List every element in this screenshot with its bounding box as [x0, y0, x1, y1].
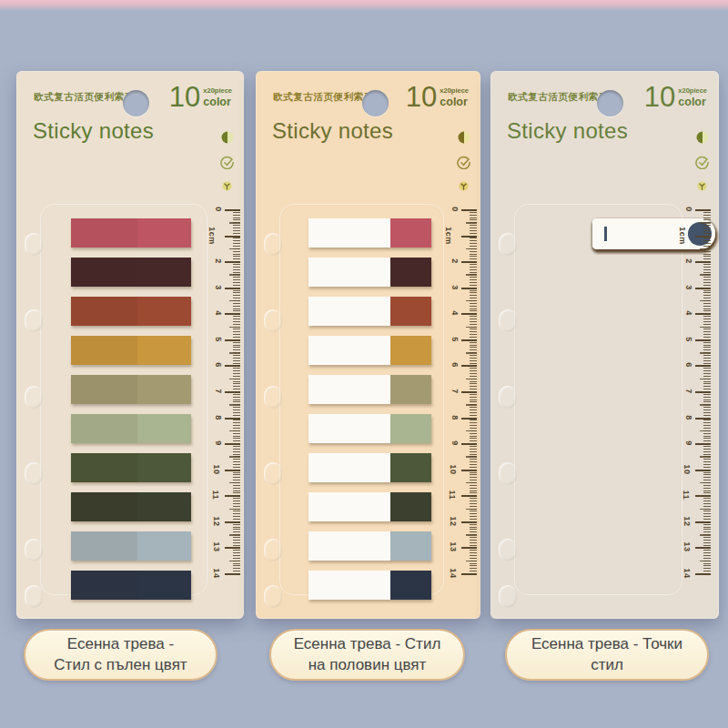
- index-tab: [71, 218, 191, 248]
- ruler-number: 6: [684, 363, 693, 369]
- index-tab: [71, 414, 191, 443]
- tab-column: [16, 218, 244, 610]
- blister-seal-emboss: [514, 204, 682, 595]
- ruler-number: 14: [682, 568, 691, 578]
- count-unit: x20piece: [203, 87, 232, 96]
- y-seal-icon: [459, 181, 469, 191]
- caption-line: Есенна трева - Стил: [294, 634, 441, 654]
- half-circle-icon: [458, 131, 470, 144]
- index-tab: [308, 571, 431, 600]
- emboss-blob: [264, 233, 282, 256]
- count-word: color: [678, 96, 707, 108]
- emboss-blob: [499, 386, 517, 409]
- ruler-number: 3: [684, 285, 693, 290]
- index-tab: [308, 453, 431, 482]
- emboss-blob: [264, 585, 282, 608]
- emboss-blob: [499, 462, 517, 485]
- tab-column: [256, 218, 480, 610]
- emboss-blob: [25, 309, 43, 332]
- ruler-number: 0: [450, 207, 460, 212]
- index-tab: [308, 297, 431, 326]
- hang-hole: [597, 90, 623, 116]
- index-tab: [308, 531, 431, 561]
- emboss-blob: [25, 462, 43, 485]
- product-photo: { "scene": { "background": "#a9b3c7", "t…: [0, 0, 728, 728]
- emboss-blob: [25, 386, 43, 409]
- index-tab: [592, 218, 715, 249]
- feature-icons: [695, 131, 709, 191]
- index-tab: [71, 336, 191, 365]
- caption-line: Есенна трева - Точки: [531, 634, 682, 654]
- index-tab: [308, 492, 431, 521]
- half-circle-icon: [696, 131, 709, 144]
- ruler-number: 0: [214, 207, 223, 212]
- product-card-full-color: 欧式复古活页便利索引贴 10 x20piece color Sticky not…: [16, 71, 244, 619]
- ruler-number: 12: [682, 516, 691, 526]
- index-tab: [308, 414, 431, 443]
- check-circle-icon: [695, 156, 709, 169]
- ruler-number: 11: [682, 490, 692, 500]
- index-tab: [71, 492, 191, 521]
- count-number: 10: [406, 83, 437, 111]
- count-unit: x20piece: [678, 87, 707, 96]
- index-tab: [71, 531, 191, 561]
- emboss-blob: [264, 462, 282, 485]
- caption-full-color-style: Есенна трева - Стил с пълен цвят: [24, 629, 217, 681]
- feature-icons: [457, 131, 470, 191]
- count-unit: x20piece: [440, 87, 469, 96]
- check-circle-icon: [457, 156, 470, 169]
- check-circle-icon: [220, 156, 234, 169]
- count-block: 10 x20piece color: [169, 83, 232, 111]
- ruler-number: 9: [684, 440, 693, 446]
- count-number: 10: [644, 83, 675, 111]
- ruler-number: 0: [684, 207, 693, 212]
- caption-line: Стил с пълен цвят: [54, 655, 187, 675]
- product-title: Sticky notes: [272, 118, 393, 144]
- ruler-number: 8: [684, 415, 693, 420]
- color-dot: [688, 222, 712, 246]
- product-card-dot-style: 欧式复古活页便利索引贴 10 x20piece color Sticky not…: [490, 71, 719, 619]
- ruler-number: 4: [684, 311, 693, 317]
- emboss-blob: [499, 539, 517, 561]
- index-tab: [71, 258, 191, 287]
- caption-half-color-style: Есенна трева - Стил на половин цвят: [269, 629, 465, 681]
- product-title: Sticky notes: [507, 118, 628, 144]
- caption-line: Есенна трева -: [67, 634, 174, 654]
- emboss-blob: [499, 309, 517, 332]
- photo-top-edge-tint: [0, 0, 728, 11]
- caption-line: стил: [591, 655, 623, 675]
- index-tab: [71, 375, 191, 404]
- ruler-number: 2: [684, 258, 693, 264]
- ruler-number: 10: [682, 464, 691, 474]
- emboss-blob: [25, 539, 43, 561]
- product-card-half-color: 欧式复古活页便利索引贴 10 x20piece color Sticky not…: [256, 71, 480, 619]
- emboss-blob: [264, 386, 282, 409]
- ruler: 01cm234567891011121314: [667, 209, 711, 584]
- index-tab: [71, 571, 191, 600]
- count-word: color: [440, 96, 469, 108]
- index-tab: [71, 453, 191, 482]
- emboss-blob: [264, 539, 282, 561]
- index-tab: [308, 218, 431, 248]
- emboss-blob: [25, 585, 43, 608]
- y-seal-icon: [222, 181, 232, 191]
- hang-hole: [362, 90, 389, 116]
- emboss-blob: [25, 233, 43, 256]
- count-block: 10 x20piece color: [406, 83, 469, 111]
- y-seal-icon: [697, 181, 707, 191]
- count-word: color: [203, 96, 232, 108]
- emboss-blob: [264, 309, 282, 332]
- half-circle-icon: [221, 131, 234, 144]
- emboss-blob: [499, 233, 517, 256]
- feature-icons: [220, 131, 234, 191]
- ruler-number: 7: [684, 389, 693, 394]
- ruler-number: 5: [684, 337, 693, 342]
- count-number: 10: [169, 83, 200, 111]
- index-tab: [308, 375, 431, 404]
- index-tab: [308, 258, 431, 287]
- count-block: 10 x20piece color: [644, 83, 707, 111]
- product-title: Sticky notes: [33, 118, 154, 144]
- ruler-number: 13: [682, 542, 691, 552]
- index-tab: [71, 297, 191, 326]
- index-tab: [308, 336, 431, 365]
